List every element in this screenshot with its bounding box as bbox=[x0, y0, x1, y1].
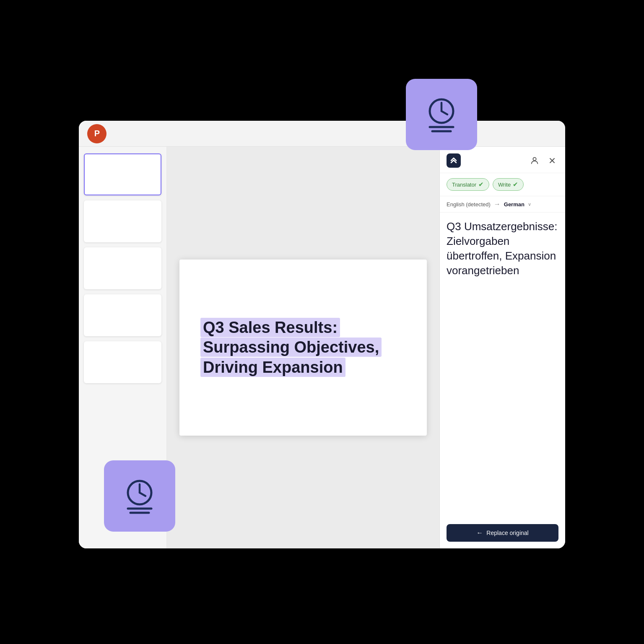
slide-area: Q3 Sales Results: Surpassing Objectives,… bbox=[167, 147, 439, 548]
replace-original-button[interactable]: ← Replace original bbox=[447, 524, 558, 542]
user-icon-btn[interactable] bbox=[528, 154, 541, 167]
tag-translator[interactable]: Translator ✔ bbox=[447, 178, 489, 191]
write-check: ✔ bbox=[513, 181, 518, 188]
translator-check: ✔ bbox=[478, 181, 484, 188]
translator-label: Translator bbox=[452, 182, 476, 188]
slide-title-line1: Q3 Sales Results: bbox=[200, 318, 340, 337]
slide-title-line3: Driving Expansion bbox=[200, 358, 345, 377]
slide-thumb-3[interactable] bbox=[84, 247, 161, 289]
slide-thumb-5[interactable] bbox=[84, 341, 161, 383]
close-icon-btn[interactable] bbox=[546, 154, 558, 167]
svg-line-2 bbox=[441, 111, 447, 114]
right-panel: Translator ✔ Write ✔ English (detected) … bbox=[439, 147, 565, 548]
slide-thumb-2[interactable] bbox=[84, 200, 161, 242]
powerpoint-label: P bbox=[94, 129, 99, 138]
slide-title: Q3 Sales Results: Surpassing Objectives,… bbox=[200, 318, 382, 378]
tags-row: Translator ✔ Write ✔ bbox=[440, 173, 565, 196]
lang-to[interactable]: German bbox=[504, 201, 525, 208]
slide-thumb-1[interactable] bbox=[84, 153, 161, 195]
float-icon-bottom bbox=[104, 460, 175, 532]
replace-btn-label: Replace original bbox=[486, 530, 528, 536]
write-label: Write bbox=[498, 182, 511, 188]
lang-chevron-icon[interactable]: ∨ bbox=[528, 202, 531, 207]
lang-row: English (detected) → German ∨ bbox=[440, 196, 565, 213]
top-bar: P bbox=[79, 121, 565, 147]
slide-thumb-4[interactable] bbox=[84, 294, 161, 336]
float-icon-top bbox=[406, 79, 477, 150]
slide-title-line2: Surpassing Objectives, bbox=[200, 338, 382, 357]
lang-from: English (detected) bbox=[447, 201, 491, 208]
translation-body: Q3 Umsatzergebnisse: Zielvorgaben übertr… bbox=[440, 213, 565, 519]
svg-line-7 bbox=[140, 493, 145, 496]
panel-header-icons bbox=[528, 154, 558, 167]
svg-point-10 bbox=[533, 158, 536, 161]
panel-logo bbox=[447, 153, 461, 168]
scene: P Q3 Sales Results: Surpassing Objective… bbox=[70, 70, 574, 574]
powerpoint-icon: P bbox=[87, 124, 106, 143]
lang-arrow: → bbox=[494, 200, 501, 208]
replace-arrow-icon: ← bbox=[476, 529, 483, 537]
translation-text: Q3 Umsatzergebnisse: Zielvorgaben übertr… bbox=[447, 220, 557, 277]
panel-header bbox=[440, 147, 565, 173]
slide-canvas: Q3 Sales Results: Surpassing Objectives,… bbox=[179, 260, 427, 436]
tag-write[interactable]: Write ✔ bbox=[493, 178, 524, 191]
